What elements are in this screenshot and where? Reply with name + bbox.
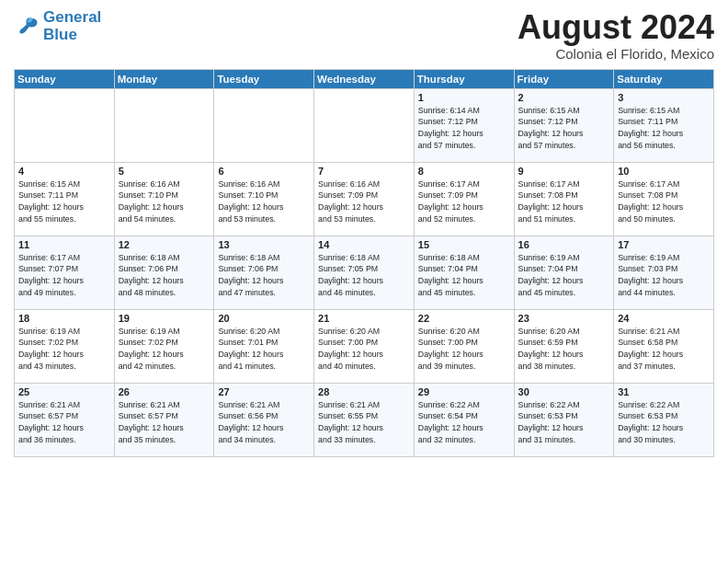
- day-info: Sunrise: 6:18 AM Sunset: 7:04 PM Dayligh…: [418, 252, 510, 299]
- day-number: 2: [518, 92, 610, 103]
- calendar-cell: 8Sunrise: 6:17 AM Sunset: 7:09 PM Daylig…: [414, 162, 514, 236]
- day-number: 30: [518, 386, 610, 397]
- day-info: Sunrise: 6:20 AM Sunset: 7:00 PM Dayligh…: [318, 326, 410, 373]
- calendar-cell: 28Sunrise: 6:21 AM Sunset: 6:55 PM Dayli…: [314, 383, 415, 456]
- calendar-cell: 2Sunrise: 6:15 AM Sunset: 7:12 PM Daylig…: [514, 88, 614, 162]
- day-number: 31: [618, 386, 710, 397]
- calendar-cell: 1Sunrise: 6:14 AM Sunset: 7:12 PM Daylig…: [414, 88, 514, 162]
- calendar-cell: 24Sunrise: 6:21 AM Sunset: 6:58 PM Dayli…: [614, 309, 714, 383]
- day-info: Sunrise: 6:19 AM Sunset: 7:02 PM Dayligh…: [119, 326, 210, 373]
- weekday-header: Wednesday: [314, 69, 415, 88]
- day-info: Sunrise: 6:20 AM Sunset: 6:59 PM Dayligh…: [518, 326, 610, 373]
- calendar-cell: 7Sunrise: 6:16 AM Sunset: 7:09 PM Daylig…: [314, 162, 415, 236]
- day-number: 19: [119, 313, 210, 324]
- day-info: Sunrise: 6:17 AM Sunset: 7:09 PM Dayligh…: [418, 178, 510, 225]
- calendar-week-row: 25Sunrise: 6:21 AM Sunset: 6:57 PM Dayli…: [15, 383, 714, 456]
- day-info: Sunrise: 6:15 AM Sunset: 7:11 PM Dayligh…: [618, 105, 710, 152]
- day-info: Sunrise: 6:17 AM Sunset: 7:08 PM Dayligh…: [518, 178, 610, 225]
- day-info: Sunrise: 6:18 AM Sunset: 7:06 PM Dayligh…: [218, 252, 310, 299]
- day-info: Sunrise: 6:19 AM Sunset: 7:03 PM Dayligh…: [618, 252, 710, 299]
- day-info: Sunrise: 6:17 AM Sunset: 7:07 PM Dayligh…: [18, 252, 110, 299]
- day-number: 27: [218, 386, 310, 397]
- page-container: General Blue August 2024 Colonia el Flor…: [0, 0, 728, 462]
- day-number: 24: [618, 313, 710, 324]
- day-info: Sunrise: 6:18 AM Sunset: 7:06 PM Dayligh…: [119, 252, 210, 299]
- day-info: Sunrise: 6:22 AM Sunset: 6:53 PM Dayligh…: [518, 399, 610, 446]
- day-number: 6: [218, 166, 310, 177]
- day-number: 15: [418, 239, 510, 250]
- day-info: Sunrise: 6:18 AM Sunset: 7:05 PM Dayligh…: [318, 252, 410, 299]
- day-number: 26: [119, 386, 210, 397]
- logo: General Blue: [14, 9, 101, 43]
- calendar-cell: 25Sunrise: 6:21 AM Sunset: 6:57 PM Dayli…: [15, 383, 115, 456]
- day-info: Sunrise: 6:20 AM Sunset: 7:00 PM Dayligh…: [418, 326, 510, 373]
- day-info: Sunrise: 6:21 AM Sunset: 6:55 PM Dayligh…: [318, 399, 410, 446]
- day-info: Sunrise: 6:17 AM Sunset: 7:08 PM Dayligh…: [618, 178, 710, 225]
- calendar-cell: [214, 88, 314, 162]
- day-number: 11: [18, 239, 110, 250]
- calendar-week-row: 4Sunrise: 6:15 AM Sunset: 7:11 PM Daylig…: [15, 162, 714, 236]
- day-number: 9: [518, 166, 610, 177]
- day-info: Sunrise: 6:15 AM Sunset: 7:11 PM Dayligh…: [18, 178, 110, 225]
- calendar-cell: 21Sunrise: 6:20 AM Sunset: 7:00 PM Dayli…: [314, 309, 415, 383]
- calendar-cell: 18Sunrise: 6:19 AM Sunset: 7:02 PM Dayli…: [15, 309, 115, 383]
- day-number: 21: [318, 313, 410, 324]
- day-info: Sunrise: 6:19 AM Sunset: 7:02 PM Dayligh…: [18, 326, 110, 373]
- calendar-week-row: 11Sunrise: 6:17 AM Sunset: 7:07 PM Dayli…: [15, 236, 714, 309]
- weekday-header: Tuesday: [214, 69, 314, 88]
- calendar-cell: 10Sunrise: 6:17 AM Sunset: 7:08 PM Dayli…: [614, 162, 714, 236]
- day-info: Sunrise: 6:22 AM Sunset: 6:53 PM Dayligh…: [618, 399, 710, 446]
- calendar-cell: 14Sunrise: 6:18 AM Sunset: 7:05 PM Dayli…: [314, 236, 415, 309]
- weekday-header: Saturday: [614, 69, 714, 88]
- calendar-cell: 6Sunrise: 6:16 AM Sunset: 7:10 PM Daylig…: [214, 162, 314, 236]
- day-info: Sunrise: 6:16 AM Sunset: 7:09 PM Dayligh…: [318, 178, 410, 225]
- calendar-cell: 15Sunrise: 6:18 AM Sunset: 7:04 PM Dayli…: [414, 236, 514, 309]
- weekday-header: Thursday: [414, 69, 514, 88]
- calendar-cell: 29Sunrise: 6:22 AM Sunset: 6:54 PM Dayli…: [414, 383, 514, 456]
- day-number: 1: [418, 92, 510, 103]
- calendar-cell: 13Sunrise: 6:18 AM Sunset: 7:06 PM Dayli…: [214, 236, 314, 309]
- calendar-cell: 5Sunrise: 6:16 AM Sunset: 7:10 PM Daylig…: [114, 162, 214, 236]
- calendar-cell: 23Sunrise: 6:20 AM Sunset: 6:59 PM Dayli…: [514, 309, 614, 383]
- day-number: 20: [218, 313, 310, 324]
- day-info: Sunrise: 6:21 AM Sunset: 6:58 PM Dayligh…: [618, 326, 710, 373]
- calendar-cell: 12Sunrise: 6:18 AM Sunset: 7:06 PM Dayli…: [114, 236, 214, 309]
- calendar-cell: 3Sunrise: 6:15 AM Sunset: 7:11 PM Daylig…: [614, 88, 714, 162]
- day-info: Sunrise: 6:14 AM Sunset: 7:12 PM Dayligh…: [418, 105, 510, 152]
- calendar-cell: 27Sunrise: 6:21 AM Sunset: 6:56 PM Dayli…: [214, 383, 314, 456]
- day-number: 4: [18, 166, 110, 177]
- logo-icon: [14, 14, 40, 40]
- weekday-header: Monday: [114, 69, 214, 88]
- day-info: Sunrise: 6:21 AM Sunset: 6:57 PM Dayligh…: [119, 399, 210, 446]
- day-number: 25: [18, 386, 110, 397]
- calendar-cell: 26Sunrise: 6:21 AM Sunset: 6:57 PM Dayli…: [114, 383, 214, 456]
- day-number: 7: [318, 166, 410, 177]
- calendar-cell: 9Sunrise: 6:17 AM Sunset: 7:08 PM Daylig…: [514, 162, 614, 236]
- calendar-week-row: 18Sunrise: 6:19 AM Sunset: 7:02 PM Dayli…: [15, 309, 714, 383]
- calendar-cell: [15, 88, 115, 162]
- day-info: Sunrise: 6:16 AM Sunset: 7:10 PM Dayligh…: [119, 178, 210, 225]
- day-number: 18: [18, 313, 110, 324]
- calendar-cell: 31Sunrise: 6:22 AM Sunset: 6:53 PM Dayli…: [614, 383, 714, 456]
- day-info: Sunrise: 6:16 AM Sunset: 7:10 PM Dayligh…: [218, 178, 310, 225]
- day-info: Sunrise: 6:19 AM Sunset: 7:04 PM Dayligh…: [518, 252, 610, 299]
- page-header: General Blue August 2024 Colonia el Flor…: [14, 9, 714, 62]
- calendar-cell: 22Sunrise: 6:20 AM Sunset: 7:00 PM Dayli…: [414, 309, 514, 383]
- day-info: Sunrise: 6:21 AM Sunset: 6:57 PM Dayligh…: [18, 399, 110, 446]
- month-year-title: August 2024: [518, 9, 714, 46]
- calendar-cell: 16Sunrise: 6:19 AM Sunset: 7:04 PM Dayli…: [514, 236, 614, 309]
- day-number: 28: [318, 386, 410, 397]
- weekday-header: Friday: [514, 69, 614, 88]
- calendar-cell: [314, 88, 415, 162]
- logo-text: General Blue: [43, 9, 101, 43]
- day-number: 5: [119, 166, 210, 177]
- day-info: Sunrise: 6:22 AM Sunset: 6:54 PM Dayligh…: [418, 399, 510, 446]
- day-number: 22: [418, 313, 510, 324]
- day-number: 12: [119, 239, 210, 250]
- day-info: Sunrise: 6:15 AM Sunset: 7:12 PM Dayligh…: [518, 105, 610, 152]
- day-number: 10: [618, 166, 710, 177]
- weekday-header: Sunday: [15, 69, 115, 88]
- calendar-cell: 30Sunrise: 6:22 AM Sunset: 6:53 PM Dayli…: [514, 383, 614, 456]
- calendar-cell: [114, 88, 214, 162]
- day-number: 3: [618, 92, 710, 103]
